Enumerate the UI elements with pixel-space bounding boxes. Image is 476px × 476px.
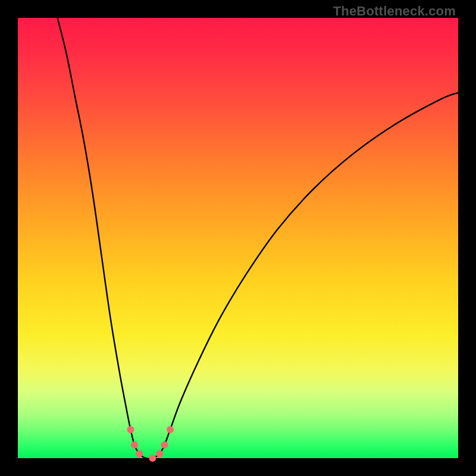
curve-marker: [156, 450, 163, 458]
chart-svg: [18, 18, 458, 458]
curve-marker: [167, 426, 174, 433]
curve-marker: [127, 426, 134, 433]
bottleneck-curve: [58, 18, 458, 459]
marker-group: [127, 426, 174, 462]
curve-group: [58, 18, 458, 459]
curve-marker: [149, 455, 156, 462]
curve-marker: [131, 441, 138, 449]
curve-marker: [136, 450, 143, 458]
chart-frame: [18, 18, 458, 458]
attribution-label: TheBottleneck.com: [333, 4, 456, 19]
curve-marker: [161, 441, 168, 449]
